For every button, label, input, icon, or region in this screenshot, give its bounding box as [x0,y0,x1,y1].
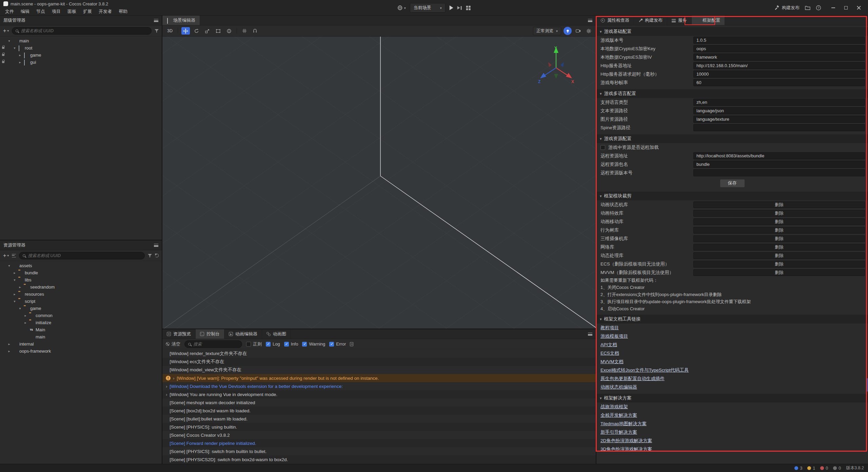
tree-expand-arrow[interactable] [18,285,22,289]
tree-expand-arrow[interactable] [24,321,27,324]
gizmo-space-button[interactable] [225,27,233,35]
asset-node[interactable]: Main [0,326,162,333]
doc-link[interactable]: MVVM文档 [600,359,624,365]
hierarchy-node[interactable]: game [0,52,162,59]
current-scene-dropdown[interactable]: 当前场景 ▾ [410,3,446,13]
field-input[interactable] [693,37,865,44]
export-log-icon[interactable] [350,342,353,346]
filter-icon[interactable] [155,29,159,33]
field-input[interactable] [693,124,865,131]
log-row[interactable]: [Window] ecs文件夹不存在 [162,358,596,366]
log-filter-checkbox[interactable]: Warning [302,341,325,347]
scene-camera-button[interactable] [574,27,582,35]
asset-node[interactable]: assets [0,262,162,269]
field-input[interactable] [693,161,865,168]
asset-node[interactable]: seedrandom [0,283,162,291]
add-node-button[interactable]: +▾ [3,28,9,34]
step-button[interactable] [457,6,462,10]
asset-node[interactable]: initialize [0,319,162,326]
menu-item[interactable]: 开发者 [96,8,115,15]
menu-item[interactable]: 项目 [49,8,64,15]
console-clear-button[interactable]: 清空 [166,341,180,347]
inspector-tab[interactable]: 服务 [667,16,692,25]
preview-target-dropdown[interactable]: ▾ [397,5,406,11]
console-search[interactable] [184,340,242,348]
console-tab[interactable]: 动画图 [262,329,291,339]
asset-node[interactable]: internal [0,340,162,348]
snap-rotate-button[interactable] [251,27,259,35]
menu-item[interactable]: 节点 [33,8,48,15]
view-mode-dropdown[interactable]: 正常浏览 ▾ [533,27,561,35]
refresh-icon[interactable] [155,254,159,257]
log-row[interactable]: [Window] model_view文件夹不存在 [162,366,596,374]
field-input[interactable] [693,45,865,52]
close-button[interactable] [852,3,865,13]
status-error-count[interactable]: 0 [820,466,828,471]
field-input[interactable] [693,62,865,69]
field-input[interactable] [693,71,865,78]
asset-node[interactable]: main [0,333,162,340]
tree-expand-arrow[interactable] [7,342,11,346]
tree-expand-arrow[interactable] [7,264,11,268]
hierarchy-node[interactable]: main [0,37,162,44]
hierarchy-search[interactable] [12,27,152,35]
asset-node[interactable]: common [0,312,162,319]
delete-module-button[interactable]: 删除 [775,236,784,242]
console-tab[interactable]: 资源预览 [162,329,196,339]
solution-link[interactable]: 战旗游戏框架 [600,404,628,410]
tree-expand-arrow[interactable] [13,271,16,275]
console-search-input[interactable] [193,342,238,347]
log-row[interactable]: [Scene] [PHYSICS]: using builtin. [162,423,596,431]
delete-module-button[interactable]: 删除 [775,244,784,250]
log-row[interactable]: [Window] render_texture文件夹不存在 [162,350,596,358]
solution-link[interactable]: Tiledmap地图解决方案 [600,421,647,427]
maximize-button[interactable] [840,3,852,13]
section-header-modules[interactable]: 框架模块裁剪 [596,192,868,200]
help-button[interactable]: ? [816,5,821,11]
status-warning-count[interactable]: 1 [807,466,815,471]
field-input[interactable] [693,79,865,86]
section-header-docs[interactable]: 框架文档工具链接 [596,315,868,323]
scene-viewport[interactable]: X Z Y [162,37,596,329]
asset-node[interactable]: script [0,298,162,305]
tab-scene-editor[interactable]: 场景编辑器 [162,16,200,25]
expand-chevron-icon[interactable] [166,392,167,397]
solution-link[interactable]: 新手引导解决方案 [600,429,637,435]
tree-expand-arrow[interactable] [18,60,22,64]
hierarchy-search-input[interactable] [21,28,148,33]
hierarchy-node[interactable]: root [0,44,162,52]
log-row[interactable]: [Scene] Forward render pipeline initiali… [162,439,596,447]
log-row[interactable]: [Scene] meshopt wasm decoder initialized [162,398,596,407]
solution-link[interactable]: 2D角色扮演游戏解决方案 [600,438,652,444]
delete-module-button[interactable]: 删除 [775,219,784,225]
asset-node[interactable]: bundle [0,269,162,276]
asset-node[interactable]: oops-framework [0,348,162,355]
console-log-list[interactable]: [Window] render_texture文件夹不存在 [Window] e… [162,349,596,464]
add-asset-button[interactable]: +▾ [3,253,9,258]
log-row[interactable]: [Window] Download the Vue Devtools exten… [162,382,596,390]
field-input[interactable] [693,99,865,106]
snap-grid-button[interactable] [240,27,249,35]
console-tab[interactable]: 控制台 [196,329,224,339]
console-tab[interactable]: 动画编辑器 [224,329,262,339]
field-input[interactable] [693,116,865,123]
doc-link[interactable]: 教程项目 [600,325,619,331]
doc-link[interactable]: 动画状态机编辑器 [600,384,637,390]
scrollbar-thumb[interactable] [866,378,868,392]
solution-link[interactable]: 3D角色扮演游戏解决方案 [600,446,652,452]
log-row[interactable]: [Scene] [PHYSICS]: switch from builtin t… [162,447,596,455]
inspector-tab[interactable]: 属性检查器 [596,16,634,25]
section-header-basic[interactable]: 游戏基础配置 [596,27,868,36]
rect-tool-button[interactable] [214,27,222,35]
panel-menu-icon[interactable] [588,333,592,336]
asset-node[interactable]: libs [0,276,162,283]
rotate-tool-button[interactable] [192,27,201,35]
scene-settings-button[interactable] [585,27,593,35]
section-header-language[interactable]: 游戏多语言配置 [596,89,868,98]
status-info-count[interactable]: 3 [794,466,802,471]
sort-icon[interactable] [12,254,16,257]
menu-item[interactable]: 面板 [64,8,79,15]
open-project-folder-button[interactable] [805,5,810,10]
doc-link[interactable]: ECS文档 [600,350,619,356]
assets-search-input[interactable] [28,253,141,258]
